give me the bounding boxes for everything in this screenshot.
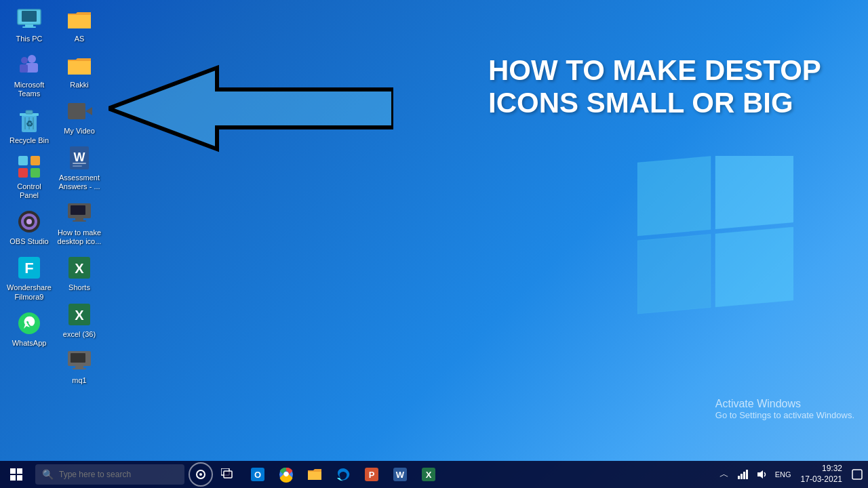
svg-rect-18 [31,168,40,178]
whatsapp-icon [16,310,43,337]
taskbar-word[interactable]: W [387,461,414,488]
desktop-icon-how-to-label: How to make desktop ico... [57,228,102,246]
svg-rect-41 [75,366,83,368]
clock-date: 17-03-2021 [801,474,842,485]
desktop-icon-teams[interactable]: Microsoft Teams [5,49,53,101]
svg-text:O: O [254,470,261,480]
svg-rect-69 [743,472,745,479]
desktop-icon-mq1[interactable]: mq1 [56,344,103,388]
taskbar-file-explorer[interactable] [301,461,328,488]
rakki-folder-icon [66,52,93,79]
teams-icon [16,52,43,79]
taskbar-search-icon: 🔍 [42,469,54,480]
desktop-icon-mq1-label: mq1 [72,376,86,385]
svg-rect-42 [73,368,86,369]
svg-point-21 [26,219,32,224]
svg-text:W: W [74,150,85,164]
desktop-icon-whatsapp[interactable]: WhatsApp [5,307,53,350]
svg-rect-50 [10,475,16,481]
shorts-icon: X [66,254,93,281]
desktop-icon-obs[interactable]: OBS Studio [5,205,53,249]
activate-windows-title: Activate Windows [715,398,854,410]
activate-windows-subtitle: Go to Settings to activate Windows. [715,410,854,420]
tray-chevron[interactable]: ︿ [717,468,732,481]
taskbar-edge[interactable] [330,461,357,488]
desktop-icons-left: This PC Microsoft Teams [5,3,53,352]
svg-rect-48 [10,468,16,474]
clock-time: 19:32 [801,464,842,474]
svg-rect-70 [746,470,748,479]
svg-rect-25 [68,103,85,119]
svg-rect-30 [73,165,82,167]
desktop-icon-as-label: AS [75,35,85,43]
svg-rect-1 [22,11,37,22]
svg-rect-46 [637,235,711,314]
cortana-button[interactable] [189,462,213,487]
taskbar-chrome[interactable] [273,461,300,488]
svg-text:X: X [75,261,84,276]
svg-rect-40 [71,353,85,363]
svg-point-4 [28,55,36,63]
desktop-icon-whatsapp-label: WhatsApp [12,339,47,348]
svg-text:W: W [396,470,405,480]
desktop-icons-right: AS Rakki My Video [56,3,103,389]
desktop-icon-assessment[interactable]: W Assessment Answers - ... [56,142,103,194]
system-tray: ︿ ENG 19:32 17-03-2021 [717,464,868,485]
taskbar-search-input[interactable] [59,470,174,479]
svg-text:X: X [426,470,432,480]
tray-language[interactable]: ENG [772,470,794,479]
taskbar-powerpoint[interactable]: P [358,461,385,488]
svg-point-6 [21,57,28,64]
excel36-icon: X [66,301,93,328]
desktop: This PC Microsoft Teams [0,0,868,461]
desktop-icon-rakki[interactable]: Rakki [56,49,103,92]
svg-rect-33 [75,218,83,220]
desktop-icon-obs-label: OBS Studio [9,237,48,246]
desktop-icon-as[interactable]: AS [56,3,103,46]
desktop-icon-my-video-label: My Video [64,127,95,136]
taskbar: 🔍 O [0,461,868,488]
task-view-button[interactable] [214,461,241,488]
svg-marker-71 [757,470,763,479]
activate-windows-watermark: Activate Windows Go to Settings to activ… [715,398,854,420]
taskbar-search[interactable]: 🔍 [35,464,184,485]
annotation-arrow [108,54,393,165]
desktop-icon-filmora[interactable]: F Wondershare Filmora9 [5,251,53,304]
desktop-icon-assessment-label: Assessment Answers - ... [57,174,102,191]
desktop-icon-control-panel[interactable]: Control Panel [5,150,53,203]
svg-rect-16 [31,156,40,165]
desktop-icon-this-pc-label: This PC [16,35,42,43]
desktop-icon-recycle[interactable]: ♻ Recycle Bin [5,104,53,148]
desktop-icon-shorts[interactable]: X Shorts [56,251,103,295]
svg-text:X: X [75,308,84,323]
notification-button[interactable] [849,469,865,480]
svg-rect-15 [18,156,28,165]
svg-rect-2 [25,24,33,26]
svg-rect-10 [26,110,33,114]
svg-rect-3 [22,26,36,28]
desktop-icon-this-pc[interactable]: This PC [5,3,53,46]
taskbar-clock[interactable]: 19:32 17-03-2021 [797,464,846,485]
desktop-icon-excel36[interactable]: X excel (36) [56,298,103,342]
my-video-icon [66,98,93,125]
svg-marker-43 [108,68,393,149]
svg-rect-29 [73,163,86,164]
desktop-icon-my-video[interactable]: My Video [56,95,103,138]
as-folder-icon [66,5,93,33]
tray-volume[interactable] [753,469,770,480]
svg-rect-49 [17,468,22,474]
svg-text:P: P [369,470,375,480]
svg-rect-44 [637,157,711,236]
svg-text:F: F [24,260,33,277]
svg-text:♻: ♻ [26,119,33,129]
tutorial-heading: HOW TO MAKE DESTOP ICONS SMALL OR BIG [488,54,827,120]
taskbar-apps: O [244,461,442,488]
svg-rect-55 [224,471,232,478]
taskbar-excel[interactable]: X [415,461,442,488]
tray-network[interactable] [734,469,751,480]
desktop-icon-control-panel-label: Control Panel [7,182,52,200]
mq1-icon [66,347,93,374]
start-button[interactable] [0,461,33,488]
taskbar-outlook[interactable]: O [244,461,271,488]
desktop-icon-how-to[interactable]: How to make desktop ico... [56,197,103,249]
